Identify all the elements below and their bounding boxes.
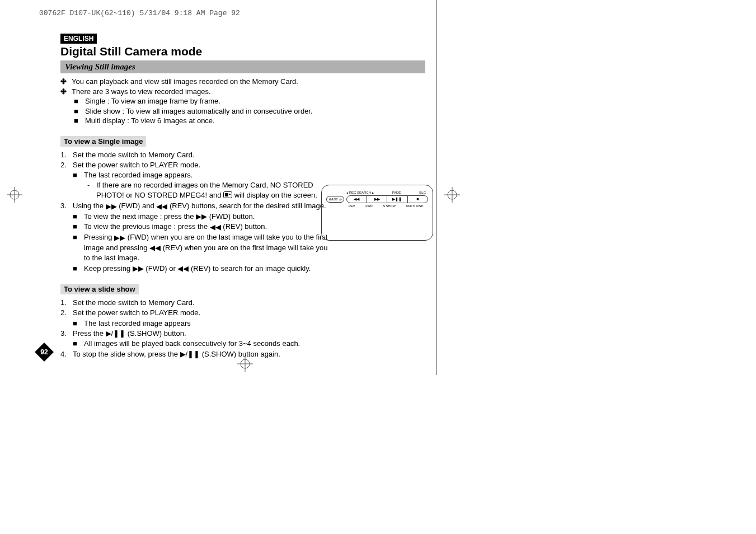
label: BLC [419,191,426,194]
rev-button: ◀◀ [347,196,367,203]
bullet-square-icon: ■ [73,222,84,232]
bullet-square-icon: ■ [73,339,84,349]
step-number: 1. [60,298,73,308]
section-heading: Viewing Still images [60,60,425,73]
rev-icon: ◀◀ [210,222,221,232]
step-text: Set the power switch to PLAYER mode. [73,160,200,170]
subheading-single: To view a Single image [60,136,146,147]
step-text: Set the power switch to PLAYER mode. [73,308,200,318]
intro-block: ✤You can playback and view still images … [60,77,436,96]
t: (REV) buttons, search for the desired st… [170,202,326,210]
page-content: ENGLISH Digital Still Camera mode Viewin… [35,34,436,359]
t: (S.SHOW) button. [128,329,186,338]
label: FWD [365,204,373,208]
fold-line [436,0,436,375]
bullet-square-icon: ■ [73,212,84,222]
bullet-square-icon: ■ [73,264,84,274]
fwd-icon: ▶▶ [106,202,117,212]
step-number: 2. [60,160,73,170]
registration-mark-icon [444,187,460,203]
intro-sub: Slide show : To view all images automati… [85,106,313,116]
registration-mark-icon [237,356,253,372]
button-group: ◀◀ ▶▶ ▶❚❚ ■ [346,195,428,203]
step-number: 2. [60,308,73,318]
fwd-icon: ▶▶ [196,212,207,222]
button-panel-diagram: ◀ REC SEARCH ▶ FADE BLC EASY ◷ ◀◀ ▶▶ ▶❚❚… [321,185,433,241]
intro-text: There are 3 ways to view recorded images… [72,87,211,97]
bullet-square-icon: ■ [73,232,84,242]
steps-single: 1.Set the mode switch to Memory Card. 2.… [60,150,329,274]
rev-icon: ◀◀ [177,264,189,274]
step-text: Using the ▶▶ (FWD) and ◀◀ (REV) buttons,… [73,201,326,212]
play-pause-icon: ▶/❚❚ [106,329,126,339]
label: MULTI DISP. [406,204,424,208]
t: Press the [73,329,106,338]
bullet-square-icon: ■ [74,96,85,106]
bullet-square-icon: ■ [74,106,85,116]
diagram-top-labels: ◀ REC SEARCH ▶ FADE BLC [346,191,426,194]
step-sub-text: To view the previous image : press the ◀… [84,222,267,232]
t: To stop the slide show, press the [73,350,180,358]
svg-rect-2 [229,194,231,195]
bullet-square-icon: ■ [73,318,84,329]
language-badge: ENGLISH [60,34,97,44]
bullet-square-icon: ■ [74,116,85,126]
step-text: Press the ▶/❚❚ (S.SHOW) button. [73,329,186,339]
fwd-button: ▶▶ [367,196,387,203]
svg-rect-1 [225,193,228,196]
play-pause-icon: ▶/❚❚ [180,349,200,359]
fwd-icon: ▶▶ [133,264,144,274]
bullet-cross-icon: ✤ [60,87,72,97]
registration-mark-icon [7,187,22,203]
t: will display on the screen. [234,191,317,199]
step-sub-text: The last recorded image appears [84,318,191,329]
t: To view the next image : press the [84,212,196,221]
page-number-badge: 92 [35,343,54,362]
intro-sub: Multi display : To view 6 images at once… [85,116,215,126]
intro-text: You can playback and view still images r… [72,77,298,87]
diagram-bottom-labels: REV FWD S.SHOW MULTI DISP. [349,204,424,208]
t: Using the [73,202,106,210]
bullet-square-icon: ■ [73,170,84,180]
intro-sublist: ■Single : To view an image frame by fram… [74,96,436,126]
t: To view the previous image : press the [84,222,210,231]
step-sub-text: The last recorded image appears. [84,170,192,180]
step-number: 4. [60,349,73,359]
label: ◀ REC SEARCH ▶ [346,191,374,194]
t: Keep pressing [84,264,133,273]
bullet-cross-icon: ✤ [60,77,72,87]
rev-icon: ◀◀ [149,243,161,253]
multidisp-button: ■ [408,196,428,203]
step-number: 3. [60,201,73,211]
step-text: Set the mode switch to Memory Card. [73,150,194,160]
t: (FWD) and [119,202,156,210]
dash-icon: - [87,180,96,190]
t: (FWD) button. [209,212,255,221]
easy-button: EASY ◷ [326,196,344,203]
print-slug: 00762F D107-UK(62~110) 5/31/04 9:18 AM P… [39,9,240,17]
step-sub-text: To view the next image : press the ▶▶ (F… [84,212,255,222]
label: S.SHOW [383,204,396,208]
label: FADE [392,191,401,194]
steps-slideshow: 1.Set the mode switch to Memory Card. 2.… [60,298,436,359]
sshow-button: ▶❚❚ [387,196,407,203]
fwd-icon: ▶▶ [114,233,125,243]
page-title: Digital Still Camera mode [60,45,436,58]
t: Pressing [84,233,114,241]
step-sub-text: Pressing ▶▶ (FWD) when you are on the la… [84,232,329,264]
step-text: Set the mode switch to Memory Card. [73,298,194,308]
card-icon [223,191,232,201]
step-number: 3. [60,329,73,339]
step-subsub-text: If there are no recorded images on the M… [96,180,329,201]
step-sub-text: All images will be played back consecuti… [84,339,300,349]
step-sub-text: Keep pressing ▶▶ (FWD) or ◀◀ (REV) to se… [84,264,311,274]
t: (REV) button. [223,222,267,231]
label: REV [349,204,355,208]
t: (REV) to search for an image quickly. [191,264,311,273]
step-number: 1. [60,150,73,160]
subheading-slideshow: To view a slide show [60,284,139,294]
intro-sub: Single : To view an image frame by frame… [85,96,220,106]
t: (FWD) or [145,264,177,273]
rev-icon: ◀◀ [156,202,167,212]
